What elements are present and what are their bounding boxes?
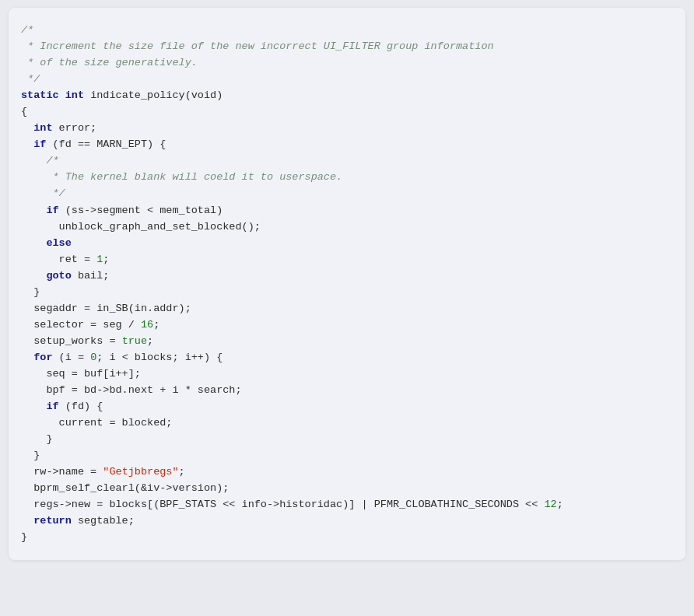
brace-close-fd: }: [46, 433, 52, 445]
cond-fd2: (fd) {: [59, 401, 103, 412]
fn-name: indicate_policy(void): [90, 89, 223, 101]
selector-line: selector = seg /: [33, 319, 141, 331]
num-16: 16: [141, 319, 153, 331]
brace-open-1: {: [21, 106, 27, 117]
setup-works: setup_works =: [33, 335, 121, 347]
kw-if-3: if: [46, 401, 58, 412]
bprm-line: bprm_self_clearl(&iv->version);: [33, 482, 229, 494]
comment-inner: /* * The kernel blank will coeld it to u…: [21, 155, 342, 199]
kw-for: for: [33, 352, 52, 363]
ret-assign: ret =: [59, 254, 97, 265]
segaddr-line: segaddr = in_SB(in.addr);: [33, 303, 191, 314]
label-bail: bail;: [72, 270, 110, 282]
semi-sel: ;: [153, 319, 159, 331]
kw-goto: goto: [46, 270, 71, 282]
semi-rw: ;: [179, 466, 185, 478]
num-12: 12: [544, 499, 556, 510]
for-cond: (i =: [53, 352, 91, 363]
rw-name: rw->name =: [33, 466, 103, 478]
brace-close-for: }: [33, 450, 40, 461]
kw-static: static: [21, 89, 59, 101]
cond-segment: (ss->segment < mem_total): [59, 205, 223, 216]
semi-regs: ;: [557, 499, 563, 510]
str-getjbb: "Getjbbregs": [103, 466, 178, 478]
comment-line-1: /* * Increment the size file of the new …: [21, 24, 494, 85]
kw-if-2: if: [46, 205, 58, 216]
brace-close-fn: }: [21, 531, 27, 543]
bool-true: true: [122, 335, 147, 347]
var-error: error;: [53, 122, 97, 134]
kw-int-2: int: [33, 122, 52, 134]
regs-line: regs->new = blocks[(BPF_STATS << info->h…: [33, 499, 544, 510]
code-block: /* * Increment the size file of the new …: [21, 22, 670, 546]
call-unblock: unblock_graph_and_set_blocked();: [59, 221, 261, 233]
code-container: /* * Increment the size file of the new …: [9, 8, 685, 560]
cond-fd: (fd == MARN_EPT) {: [46, 138, 166, 150]
return-val: segtable;: [72, 515, 135, 527]
semi-sw: ;: [147, 335, 153, 347]
semi-ret: ;: [103, 254, 109, 265]
current-line: current = blocked;: [59, 417, 173, 429]
bpf-line: bpf = bd->bd.next + i * search;: [46, 384, 241, 396]
brace-close-if: }: [33, 286, 40, 298]
kw-else: else: [46, 237, 71, 249]
kw-int-1: int: [65, 89, 84, 101]
kw-return: return: [33, 515, 72, 527]
kw-if-1: if: [33, 138, 46, 150]
for-cond-2: ; i < blocks; i++) {: [96, 352, 223, 363]
seq-line: seq = buf[i++];: [46, 368, 141, 380]
